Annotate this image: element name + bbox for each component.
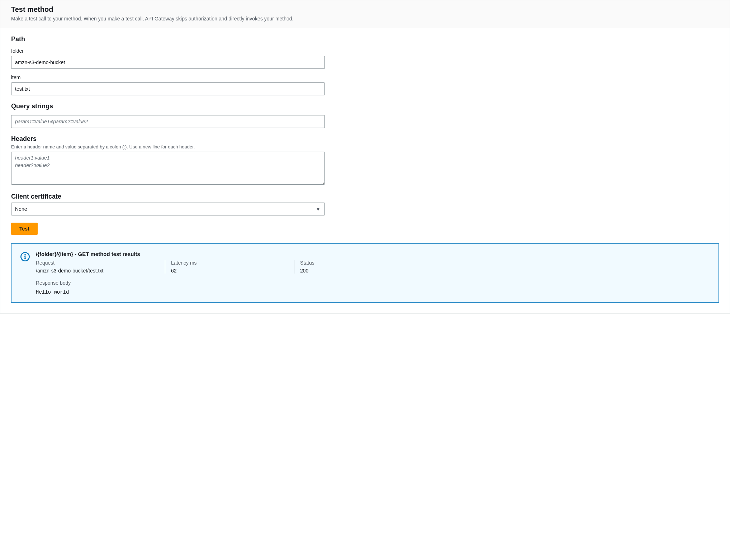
request-value: /amzn-s3-demo-bucket/test.txt	[36, 268, 159, 274]
client-certificate-select[interactable]: None	[11, 203, 325, 215]
request-column: Request /amzn-s3-demo-bucket/test.txt	[36, 260, 165, 274]
svg-point-4	[25, 255, 25, 255]
headers-textarea[interactable]	[11, 152, 325, 185]
results-content: /{folder}/{item} - GET method test resul…	[36, 251, 710, 295]
info-icon	[20, 252, 30, 262]
folder-label: folder	[11, 48, 719, 54]
item-field: item	[11, 75, 719, 95]
path-section: Path folder item	[11, 35, 719, 95]
panel-body: Path folder item Query strings Headers E…	[0, 28, 730, 313]
folder-input[interactable]	[11, 56, 325, 69]
query-strings-input[interactable]	[11, 115, 325, 128]
request-label: Request	[36, 260, 159, 266]
item-label: item	[11, 75, 719, 80]
query-strings-section: Query strings	[11, 103, 719, 128]
results-summary-row: Request /amzn-s3-demo-bucket/test.txt La…	[36, 260, 710, 274]
item-input[interactable]	[11, 82, 325, 95]
panel-title: Test method	[11, 5, 719, 14]
panel-header: Test method Make a test call to your met…	[0, 0, 730, 28]
test-button[interactable]: Test	[11, 223, 38, 235]
latency-label: Latency ms	[171, 260, 288, 266]
response-body-label: Response body	[36, 280, 710, 286]
status-value: 200	[300, 268, 704, 274]
test-method-panel: Test method Make a test call to your met…	[0, 0, 730, 314]
status-label: Status	[300, 260, 704, 266]
client-certificate-section: Client certificate None ▼	[11, 193, 719, 215]
latency-column: Latency ms 62	[165, 260, 294, 274]
results-title: /{folder}/{item} - GET method test resul…	[36, 251, 710, 257]
query-strings-title: Query strings	[11, 103, 719, 110]
latency-value: 62	[171, 268, 288, 274]
headers-title: Headers	[11, 135, 719, 143]
folder-field: folder	[11, 48, 719, 69]
panel-description: Make a test call to your method. When yo…	[11, 16, 719, 22]
headers-section: Headers Enter a header name and value se…	[11, 135, 719, 186]
test-results-box: /{folder}/{item} - GET method test resul…	[11, 243, 719, 303]
client-certificate-title: Client certificate	[11, 193, 719, 200]
headers-description: Enter a header name and value separated …	[11, 144, 719, 150]
status-column: Status 200	[294, 260, 710, 274]
path-title: Path	[11, 35, 719, 43]
response-body-value: Hello world	[36, 289, 710, 295]
response-body-section: Response body Hello world	[36, 280, 710, 295]
